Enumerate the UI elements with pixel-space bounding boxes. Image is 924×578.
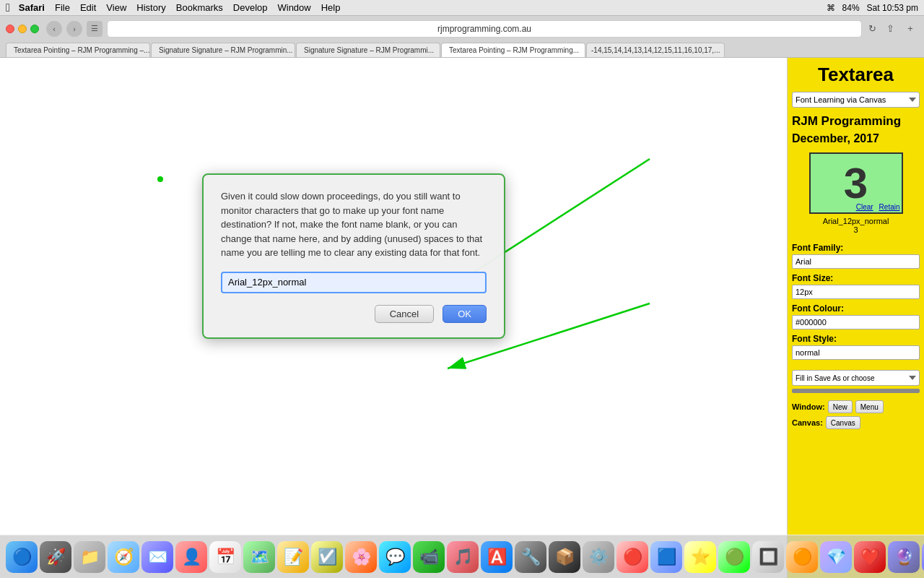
font-style-label: Font Style: — [792, 334, 920, 344]
sidebar: Textarea Font Learning via Canvas RJM Pr… — [787, 58, 924, 578]
menubar-time: Sat 10:53 pm — [867, 3, 918, 13]
browser-tabs: Textarea Pointing – RJM Programming –...… — [0, 41, 924, 57]
menubar-right: ⌘ 84% Sat 10:53 pm — [827, 3, 918, 13]
dock-icon-17[interactable]: ⚙️ — [583, 541, 614, 573]
menubar-develop[interactable]: Develop — [233, 2, 268, 13]
reader-view-button[interactable]: ☰ — [87, 21, 103, 37]
tab-3[interactable]: Signature Signature – RJM Programmi... — [296, 43, 440, 57]
menubar:  Safari File Edit View History Bookmark… — [0, 0, 924, 16]
dock-calendar[interactable]: 📅 — [209, 541, 241, 573]
canvas-action-buttons: Clear Retain — [856, 203, 900, 211]
dock-safari[interactable]: 🧭 — [108, 541, 139, 573]
dock-contacts[interactable]: 👤 — [175, 541, 207, 573]
apple-menu[interactable]:  — [6, 1, 10, 14]
dock-icon-21[interactable]: 🟢 — [718, 541, 750, 573]
canvas-row: Canvas: Canvas — [792, 416, 920, 429]
dialog-buttons: Cancel OK — [221, 305, 487, 323]
dialog: Given it could slow down proceedings, do… — [202, 173, 505, 339]
menubar-file[interactable]: File — [55, 2, 70, 13]
dock: 🔵 🚀 📁 🧭 ✉️ 👤 📅 🗺️ 📝 ☑️ 🌸 💬 📹 🎵 🅰️ 🔧 📦 ⚙️… — [0, 535, 924, 578]
window-label: Window: — [792, 402, 825, 411]
dock-finder[interactable]: 🔵 — [6, 541, 38, 573]
menu-button[interactable]: Menu — [855, 400, 884, 413]
font-family-label: Font Family: — [792, 243, 920, 253]
font-size-input[interactable] — [792, 285, 920, 299]
canvas-button[interactable]: Canvas — [826, 416, 860, 429]
save-progress-bar — [792, 389, 920, 393]
sidebar-org: RJM Programming — [792, 113, 920, 129]
refresh-button[interactable]: ↻ — [866, 23, 878, 35]
dock-icon-3[interactable]: 📁 — [74, 541, 105, 573]
main-content: Given it could slow down proceedings, do… — [0, 58, 924, 578]
dock-icon-19[interactable]: 🟦 — [650, 541, 682, 573]
dock-messages[interactable]: 💬 — [379, 541, 411, 573]
canvas-character: 3 — [844, 162, 868, 205]
dock-notes[interactable]: 📝 — [277, 541, 309, 573]
dock-reminders[interactable]: ☑️ — [311, 541, 343, 573]
sidebar-dropdown-wrap: Font Learning via Canvas — [792, 92, 920, 108]
window-row: Window: New Menu — [792, 400, 920, 413]
dock-icon-25[interactable]: ❤️ — [854, 541, 886, 573]
dock-icon-16[interactable]: 📦 — [549, 541, 580, 573]
tab-4[interactable]: Textarea Pointing – RJM Programming... — [441, 43, 585, 57]
dock-icon-15[interactable]: 🔧 — [515, 541, 546, 573]
dock-launchpad[interactable]: 🚀 — [40, 541, 71, 573]
save-as-wrap: Fill in Save As or choose — [792, 370, 920, 393]
font-colour-label: Font Colour: — [792, 303, 920, 314]
dialog-text: Given it could slow down proceedings, do… — [221, 189, 487, 260]
canvas-preview: 3 Clear Retain — [809, 152, 903, 214]
forward-button[interactable]: › — [66, 21, 82, 37]
share-button[interactable]: ⇧ — [882, 21, 898, 37]
canvas-font-label: Arial_12px_normal 3 — [792, 217, 920, 234]
retain-button[interactable]: Retain — [879, 203, 900, 211]
menubar-wifi-icon: ⌘ — [827, 3, 835, 13]
ok-button[interactable]: OK — [443, 305, 487, 323]
sidebar-date: December, 2017 — [792, 132, 920, 145]
sidebar-title: Textarea — [792, 64, 920, 86]
close-button[interactable] — [6, 25, 14, 33]
fullscreen-button[interactable] — [30, 25, 39, 33]
traffic-lights — [6, 25, 39, 33]
url-text: rjmprogramming.com.au — [437, 24, 531, 34]
browser-content: Given it could slow down proceedings, do… — [0, 58, 787, 578]
clear-button[interactable]: Clear — [856, 203, 873, 211]
dock-icon-18[interactable]: 🔴 — [616, 541, 648, 573]
save-progress — [792, 389, 920, 393]
font-colour-input[interactable] — [792, 315, 920, 329]
dock-icon-22[interactable]: 🔲 — [752, 541, 784, 573]
dock-maps[interactable]: 🗺️ — [243, 541, 275, 573]
menubar-history[interactable]: History — [136, 2, 165, 13]
save-as-dropdown[interactable]: Fill in Save As or choose — [792, 370, 920, 386]
dock-photos[interactable]: 🌸 — [345, 541, 377, 573]
menubar-safari[interactable]: Safari — [19, 2, 45, 13]
font-learning-dropdown[interactable]: Font Learning via Canvas — [792, 92, 920, 108]
new-window-button[interactable]: New — [828, 400, 853, 413]
menubar-view[interactable]: View — [106, 2, 126, 13]
font-family-input[interactable] — [792, 254, 920, 269]
dock-facetime[interactable]: 📹 — [413, 541, 445, 573]
new-tab-button[interactable]: + — [902, 21, 918, 37]
browser-toolbar: ‹ › ☰ rjmprogramming.com.au ↻ ⇧ + — [0, 16, 924, 41]
dock-icon-23[interactable]: 🟠 — [786, 541, 818, 573]
dialog-input[interactable] — [221, 272, 487, 293]
back-button[interactable]: ‹ — [46, 21, 62, 37]
menubar-help[interactable]: Help — [321, 2, 341, 13]
minimize-button[interactable] — [18, 25, 27, 33]
menubar-bookmarks[interactable]: Bookmarks — [176, 2, 223, 13]
font-style-input[interactable] — [792, 345, 920, 360]
dock-icon-20[interactable]: ⭐ — [684, 541, 716, 573]
tab-overflow[interactable]: -14,15,14,14,13,14,12,15,11,16,10,17,... — [586, 43, 725, 57]
menubar-window[interactable]: Window — [277, 2, 310, 13]
tab-2[interactable]: Signature Signature – RJM Programmin... — [151, 43, 295, 57]
dock-mail[interactable]: ✉️ — [141, 541, 173, 573]
cancel-button[interactable]: Cancel — [375, 305, 434, 323]
dock-itunes[interactable]: 🎵 — [447, 541, 479, 573]
dock-icon-26[interactable]: 🔮 — [888, 541, 920, 573]
tab-1[interactable]: Textarea Pointing – RJM Programming –... — [6, 43, 150, 57]
dock-icon-24[interactable]: 💎 — [820, 541, 852, 573]
dock-appstore[interactable]: 🅰️ — [481, 541, 513, 573]
browser-chrome: ‹ › ☰ rjmprogramming.com.au ↻ ⇧ + Textar… — [0, 16, 924, 58]
menubar-edit[interactable]: Edit — [80, 2, 96, 13]
menubar-battery: 84% — [842, 3, 860, 13]
address-bar[interactable]: rjmprogramming.com.au — [107, 20, 862, 38]
